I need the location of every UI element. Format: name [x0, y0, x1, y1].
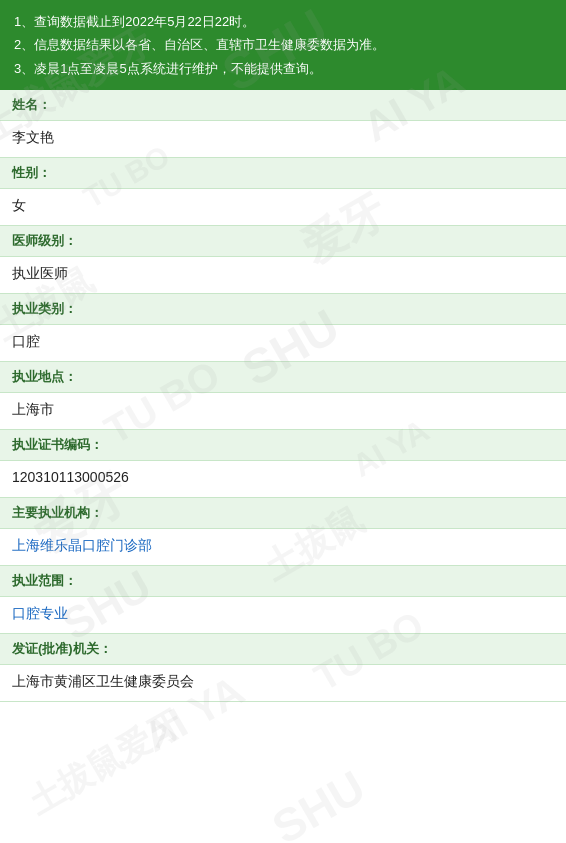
field-value-license-code: 120310113000526 — [0, 461, 566, 497]
field-label-practice-scope: 执业范围： — [0, 566, 566, 597]
field-value-practice-location: 上海市 — [0, 393, 566, 429]
field-value-gender: 女 — [0, 189, 566, 225]
field-label-practice-type: 执业类别： — [0, 294, 566, 325]
field-block-practice-scope: 执业范围： 口腔专业 — [0, 566, 566, 634]
field-block-practice-type: 执业类别： 口腔 — [0, 294, 566, 362]
field-label-license-code: 执业证书编码： — [0, 430, 566, 461]
field-label-name: 姓名： — [0, 90, 566, 121]
notice-line-1: 1、查询数据截止到2022年5月22日22时。 — [14, 10, 552, 33]
field-value-main-institution[interactable]: 上海维乐晶口腔门诊部 — [0, 529, 566, 565]
field-block-practice-location: 执业地点： 上海市 — [0, 362, 566, 430]
field-label-gender: 性别： — [0, 158, 566, 189]
field-label-main-institution: 主要执业机构： — [0, 498, 566, 529]
field-block-main-institution: 主要执业机构： 上海维乐晶口腔门诊部 — [0, 498, 566, 566]
field-label-doctor-level: 医师级别： — [0, 226, 566, 257]
page-container: 土拔鼠爱牙 SHU AI YA TU BO 爱牙 土拔鼠 SHU TU BO A… — [0, 0, 566, 843]
field-label-practice-location: 执业地点： — [0, 362, 566, 393]
notice-line-2: 2、信息数据结果以各省、自治区、直辖市卫生健康委数据为准。 — [14, 33, 552, 56]
field-label-issuing-authority: 发证(批准)机关： — [0, 634, 566, 665]
info-section: 姓名： 李文艳 性别： 女 医师级别： 执业医师 执业类别： 口腔 执业地点： … — [0, 90, 566, 702]
field-value-name: 李文艳 — [0, 121, 566, 157]
field-block-gender: 性别： 女 — [0, 158, 566, 226]
field-block-license-code: 执业证书编码： 120310113000526 — [0, 430, 566, 498]
field-value-doctor-level: 执业医师 — [0, 257, 566, 293]
field-block-issuing-authority: 发证(批准)机关： 上海市黄浦区卫生健康委员会 — [0, 634, 566, 702]
field-block-doctor-level: 医师级别： 执业医师 — [0, 226, 566, 294]
notice-banner: 1、查询数据截止到2022年5月22日22时。 2、信息数据结果以各省、自治区、… — [0, 0, 566, 90]
notice-line-3: 3、凌晨1点至凌晨5点系统进行维护，不能提供查询。 — [14, 57, 552, 80]
field-value-practice-type: 口腔 — [0, 325, 566, 361]
field-value-issuing-authority: 上海市黄浦区卫生健康委员会 — [0, 665, 566, 701]
field-block-name: 姓名： 李文艳 — [0, 90, 566, 158]
field-value-practice-scope: 口腔专业 — [0, 597, 566, 633]
